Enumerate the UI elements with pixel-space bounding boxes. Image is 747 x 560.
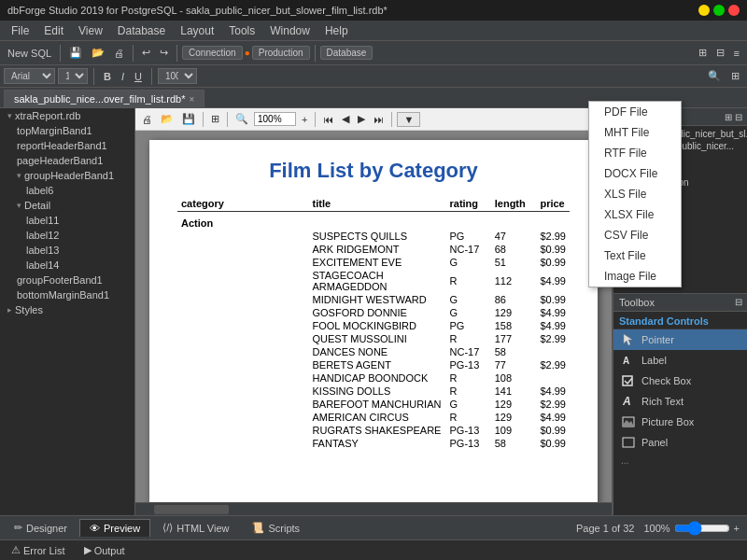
btab-designer[interactable]: ✏ Designer [4,518,78,538]
expand-icon: ▾ [17,171,21,180]
page-info: Page 1 of 32 [576,523,634,534]
dd-rtf[interactable]: RTF File [589,143,681,163]
toolbar-extra1[interactable]: ⊞ [695,45,711,61]
zoom-slider[interactable] [674,521,730,536]
zoom-plus-icon[interactable]: + [734,523,740,534]
menu-file[interactable]: File [4,22,36,39]
rt-next-btn[interactable]: ▶ [355,112,368,126]
status-bar: ⚠ Error List ▶ Output [0,539,747,560]
menu-layout[interactable]: Layout [173,22,221,39]
dd-xlsx[interactable]: XLSX File [589,204,681,225]
tree-bottommargband[interactable]: bottomMarginBand1 [0,287,134,302]
dd-docx[interactable]: DOCX File [589,163,681,184]
italic-btn[interactable]: I [118,69,128,84]
maximize-btn[interactable] [713,5,725,16]
menu-edit[interactable]: Edit [36,22,71,39]
tool-richtext[interactable]: A Rich Text [613,391,747,412]
h-scroll-thumb[interactable] [154,505,229,514]
table-row: GOSFORD DONNIEG129$4.99 [177,306,570,319]
tree-label13[interactable]: label13 [0,243,134,258]
dd-image[interactable]: Image File [589,266,681,287]
rt-first-btn[interactable]: ⏮ [320,113,336,126]
rt-export-btn[interactable]: ▼ [397,112,420,127]
svg-text:A: A [623,356,629,366]
rt-copy-btn[interactable]: ⊞ [208,112,222,126]
tree-label14[interactable]: label14 [0,258,134,273]
zoom-select[interactable]: 100% [158,68,197,84]
menu-help[interactable]: Help [317,22,356,39]
menu-database[interactable]: Database [110,22,173,39]
rt-print-btn[interactable]: 🖨 [139,113,155,126]
col-header-title: title [309,196,446,212]
tree-pageheaderband[interactable]: pageHeaderBand1 [0,153,134,168]
tree-groupfooterband[interactable]: groupFooterBand1 [0,273,134,287]
close-btn[interactable] [728,5,740,16]
btab-preview[interactable]: 👁 Preview [79,519,150,537]
tool-panel[interactable]: Panel [613,432,747,453]
save-btn[interactable]: 💾 [65,45,86,61]
tab-report[interactable]: sakla_public_nice...over_film_list.rdb* … [4,90,204,107]
open-btn[interactable]: 📂 [88,45,108,61]
new-sql-button[interactable]: New SQL [4,46,55,61]
table-row: Action [177,212,570,231]
tool-label[interactable]: A Label [613,350,747,371]
center-area: 🖨 📂 💾 ⊞ 🔍 + ⏮ ◀ ▶ ⏭ ▼ Film List by Categ… [135,108,612,515]
tool-checkbox[interactable]: Check Box [613,371,747,391]
rt-save-btn[interactable]: 💾 [179,112,198,126]
tree-detail[interactable]: ▾ Detail [0,198,134,213]
rt-zoom-input[interactable] [254,112,296,126]
minimize-btn[interactable] [698,5,710,16]
output-icon: ▶ [84,544,92,556]
filter-btn[interactable]: ⊞ [727,68,743,84]
toolbar-extra3[interactable]: ≡ [730,46,743,61]
undo-btn[interactable]: ↩ [138,45,154,61]
ds-controls[interactable]: ⊞ ⊟ [725,112,742,122]
tree-groupheaderband[interactable]: ▾ groupHeaderBand1 [0,168,134,183]
dd-csv[interactable]: CSV File [589,225,681,245]
search-btn[interactable]: 🔍 [704,68,725,84]
btab-designer-icon: ✏ [14,522,22,534]
error-icon: ⚠ [11,544,21,556]
tab-close-icon[interactable]: × [189,94,194,105]
font-size-select[interactable]: 10 [58,68,88,84]
menu-view[interactable]: View [71,22,110,39]
table-row: RUGRATS SHAKESPEAREPG-13109$0.99 [177,424,570,437]
dd-pdf[interactable]: PDF File [589,102,681,122]
menu-window[interactable]: Window [262,22,317,39]
tree-label12[interactable]: label12 [0,228,134,243]
tool-more[interactable]: ... [613,453,747,469]
tree-xtrareport[interactable]: ▾ xtraReport.rdb [0,108,134,123]
h-scrollbar[interactable] [135,502,612,515]
btab-html[interactable]: ⟨/⟩ HTML View [152,518,239,538]
tool-picturebox[interactable]: Picture Box [613,412,747,432]
tree-repheaderband[interactable]: reportHeaderBand1 [0,138,134,153]
dd-xls[interactable]: XLS File [589,184,681,204]
underline-btn[interactable]: U [131,69,146,84]
col-header-category: category [177,196,309,212]
tree-styles[interactable]: ▸ Styles [0,302,134,317]
menu-bar: File Edit View Database Layout Tools Win… [0,21,747,41]
rt-search-btn[interactable]: 🔍 [233,112,251,126]
tool-pointer[interactable]: Pointer [613,329,747,350]
tree-topmargband[interactable]: topMarginBand1 [0,123,134,138]
dd-mht[interactable]: MHT File [589,122,681,143]
toolbox-collapse-icon[interactable]: ⊟ [735,297,742,307]
rt-open-btn[interactable]: 📂 [158,112,176,126]
tree-label6[interactable]: label6 [0,183,134,198]
btab-scripts[interactable]: 📜 Scripts [241,518,310,538]
print-btn[interactable]: 🖨 [110,46,128,61]
font-select[interactable]: Arial [4,68,55,84]
app-title: dbForge Studio 2019 for PostgreSQL - sak… [7,5,388,16]
rt-prev-btn[interactable]: ◀ [339,112,352,126]
bold-btn[interactable]: B [100,69,115,84]
toolbar-extra2[interactable]: ⊟ [712,45,728,61]
tree-label: label11 [26,215,59,226]
tree-label11[interactable]: label11 [0,213,134,228]
status-output[interactable]: ▶ Output [78,542,131,558]
menu-tools[interactable]: Tools [221,22,262,39]
dd-text[interactable]: Text File [589,245,681,266]
rt-last-btn[interactable]: ⏭ [371,113,387,126]
rt-zoomin-btn[interactable]: + [299,113,310,126]
redo-btn[interactable]: ↪ [156,45,172,61]
status-error-list[interactable]: ⚠ Error List [6,542,71,558]
